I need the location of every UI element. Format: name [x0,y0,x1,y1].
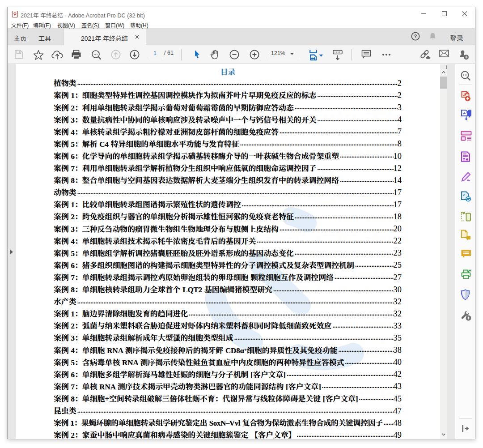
svg-text:?: ? [414,34,417,39]
